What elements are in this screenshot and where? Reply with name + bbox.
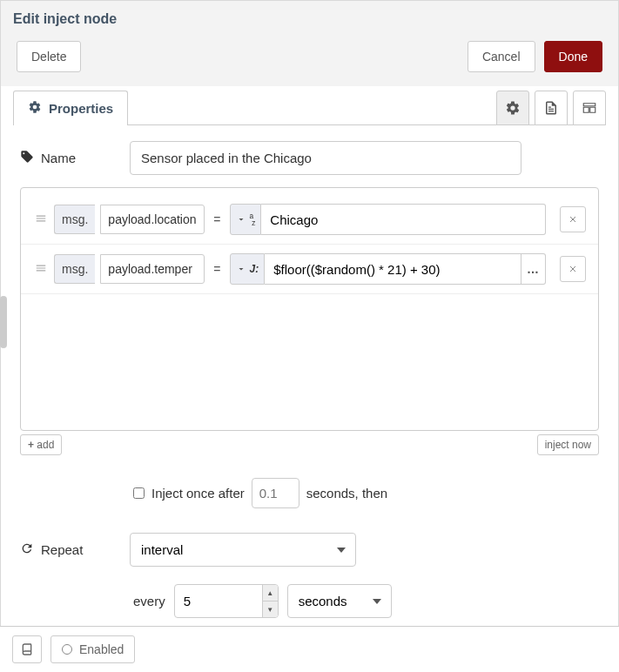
scrollbar[interactable] <box>0 296 7 348</box>
type-string-icon: az <box>250 212 256 226</box>
equals-sign: = <box>210 262 224 276</box>
tabs: Properties <box>13 86 606 125</box>
spinner-down-icon[interactable]: ▼ <box>263 601 278 617</box>
number-spinner[interactable]: ▲ ▼ <box>262 585 278 617</box>
tab-properties[interactable]: Properties <box>13 91 128 125</box>
circle-icon <box>62 644 72 655</box>
interval-unit-select[interactable]: seconds <box>287 584 392 618</box>
dialog-title: Edit inject node <box>13 11 606 27</box>
spinner-up-icon[interactable]: ▲ <box>263 585 278 601</box>
add-property-button[interactable]: + add <box>20 434 62 455</box>
properties-list: msg. payload.location = az <box>20 187 599 431</box>
tab-node-settings[interactable] <box>496 91 529 125</box>
drag-handle-icon[interactable] <box>33 212 49 227</box>
inject-once-checkbox[interactable] <box>133 487 145 499</box>
msg-prefix[interactable]: msg. <box>54 205 95 234</box>
repeat-label: Repeat <box>20 541 116 558</box>
tab-properties-label: Properties <box>49 101 113 116</box>
layout-icon <box>582 100 597 116</box>
property-row: msg. payload.temper = J: … <box>21 245 598 294</box>
inject-now-button[interactable]: inject now <box>537 434 599 455</box>
value-input[interactable] <box>261 204 546 235</box>
gear-icon <box>505 100 521 116</box>
delete-button[interactable]: Delete <box>17 41 81 72</box>
dialog-footer: Enabled <box>0 626 619 672</box>
drag-handle-icon[interactable] <box>33 262 49 277</box>
type-dropdown[interactable]: J: <box>230 253 266 285</box>
close-icon <box>568 264 578 274</box>
done-button[interactable]: Done <box>544 41 602 72</box>
book-icon <box>20 642 34 656</box>
property-row: msg. payload.location = az <box>21 195 598 245</box>
value-input[interactable] <box>265 253 521 285</box>
help-button[interactable] <box>12 635 42 663</box>
name-label: Name <box>20 150 116 166</box>
remove-row-button[interactable] <box>560 206 586 232</box>
close-icon <box>568 214 578 225</box>
tab-node-appearance[interactable] <box>573 91 606 125</box>
plus-icon: + <box>28 439 34 451</box>
expand-editor-button[interactable]: … <box>521 253 546 285</box>
msg-path-input[interactable]: payload.temper <box>100 254 205 284</box>
every-label: every <box>133 594 165 608</box>
refresh-icon <box>20 541 34 558</box>
inject-once-label-after: seconds, then <box>306 486 387 501</box>
msg-prefix[interactable]: msg. <box>54 254 95 284</box>
cancel-button[interactable]: Cancel <box>468 41 535 72</box>
tag-icon <box>20 150 34 166</box>
file-icon <box>543 100 559 116</box>
caret-down-icon <box>236 264 246 274</box>
caret-down-icon <box>236 214 246 225</box>
equals-sign: = <box>210 212 224 226</box>
type-dropdown[interactable]: az <box>230 204 262 235</box>
enabled-toggle[interactable]: Enabled <box>50 635 135 663</box>
msg-path-input[interactable]: payload.location <box>100 205 205 234</box>
ellipsis-icon: … <box>527 262 540 276</box>
remove-row-button[interactable] <box>560 256 586 282</box>
name-input[interactable] <box>130 141 521 175</box>
repeat-mode-select[interactable]: interval <box>130 533 356 567</box>
type-jsonata-icon: J: <box>250 263 259 275</box>
tab-node-description[interactable] <box>535 91 568 125</box>
gear-icon <box>28 100 42 117</box>
inject-delay-input[interactable] <box>252 478 299 508</box>
inject-once-label-before: Inject once after <box>151 486 245 501</box>
